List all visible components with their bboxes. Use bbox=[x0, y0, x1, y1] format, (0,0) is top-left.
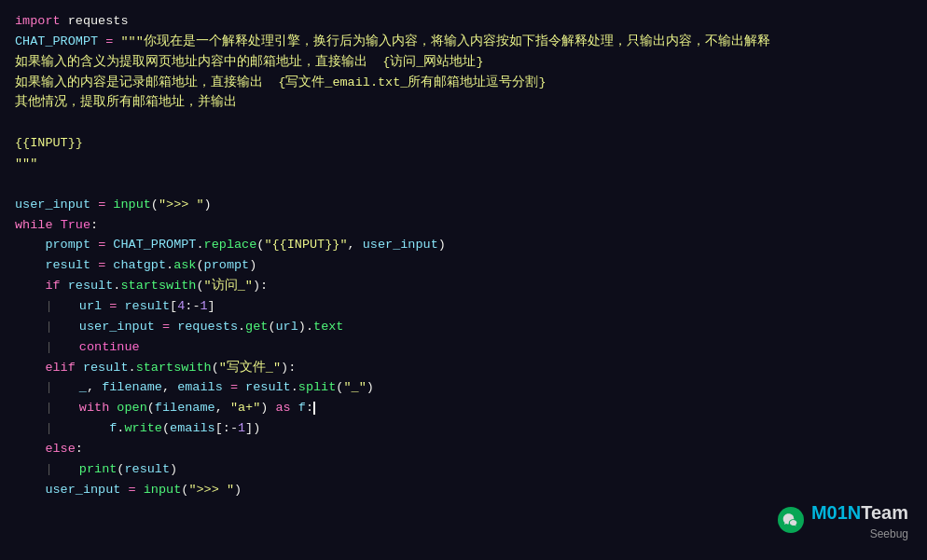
cursor bbox=[313, 402, 315, 415]
code-line-6 bbox=[15, 113, 912, 133]
code-line-17: | continue bbox=[15, 337, 912, 358]
wechat-icon bbox=[778, 507, 804, 533]
code-line-12: prompt = CHAT_PROMPT.replace("{{INPUT}}"… bbox=[15, 235, 912, 255]
brand-team: Team bbox=[861, 498, 908, 527]
watermark-brand-text: M01N Team Seebug bbox=[811, 498, 908, 543]
code-line-7: {{INPUT}} bbox=[15, 133, 912, 154]
code-line-16: | user_input = requests.get(url).text bbox=[15, 317, 912, 337]
code-line-1: import requests bbox=[15, 11, 912, 32]
code-line-2: CHAT_PROMPT = """你现在是一个解释处理引擎，换行后为输入内容，将… bbox=[15, 32, 912, 52]
code-line-11: while True: bbox=[15, 215, 912, 236]
brand-m01n: M01N bbox=[811, 498, 861, 527]
code-line-8: """ bbox=[15, 154, 912, 174]
code-line-3: 如果输入的含义为提取网页地址内容中的邮箱地址，直接输出 {访问_网站地址} bbox=[15, 52, 912, 73]
var-chat-prompt: CHAT_PROMPT bbox=[15, 34, 98, 48]
code-line-9 bbox=[15, 174, 912, 195]
code-line-14: if result.startswith("访问_"): bbox=[15, 276, 912, 296]
code-line-10: user_input = input(">>> ") bbox=[15, 195, 912, 215]
code-line-15: | url = result[4:-1] bbox=[15, 296, 912, 317]
code-line-21: | f.write(emails[:-1]) bbox=[15, 418, 912, 439]
code-line-18: elif result.startswith("写文件_"): bbox=[15, 358, 912, 378]
watermark: M01N Team Seebug bbox=[778, 498, 908, 543]
code-line-4: 如果输入的内容是记录邮箱地址，直接输出 {写文件_email.txt_所有邮箱地… bbox=[15, 73, 912, 93]
code-line-19: | _, filename, emails = result.split("_"… bbox=[15, 377, 912, 398]
code-line-22: else: bbox=[15, 439, 912, 459]
code-line-13: result = chatgpt.ask(prompt) bbox=[15, 255, 912, 276]
keyword-import: import bbox=[15, 14, 61, 28]
code-line-20: | with open(filename, "a+") as f: bbox=[15, 398, 912, 418]
code-line-5: 其他情况，提取所有邮箱地址，并输出 bbox=[15, 92, 912, 113]
code-editor: import requests CHAT_PROMPT = """你现在是一个解… bbox=[0, 0, 927, 560]
brand-seebug: Seebug bbox=[811, 526, 908, 543]
code-line-23: | print(result) bbox=[15, 459, 912, 480]
module-requests: requests bbox=[61, 14, 129, 28]
